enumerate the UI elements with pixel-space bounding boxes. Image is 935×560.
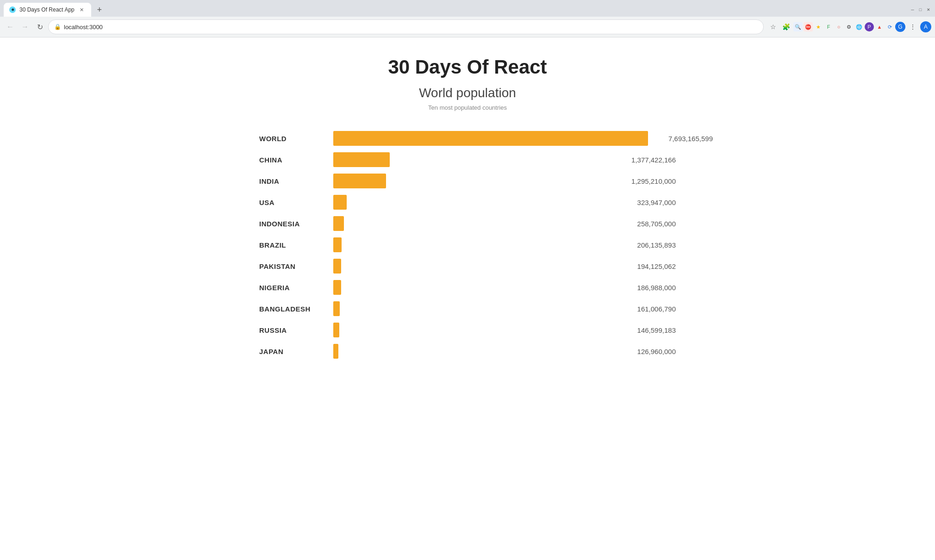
- ext-icon-10[interactable]: ⟳: [885, 22, 894, 31]
- chart-row: JAPAN126,960,000: [259, 342, 676, 360]
- tab-title: 30 Days Of React App: [19, 6, 75, 13]
- country-label: WORLD: [259, 135, 333, 143]
- ext-icon-1[interactable]: 🔍: [793, 22, 803, 31]
- chart-row: INDIA1,295,210,000: [259, 172, 676, 190]
- chart-row: INDONESIA258,705,000: [259, 215, 676, 232]
- ext-icon-2[interactable]: ⛔: [804, 22, 813, 31]
- country-label: JAPAN: [259, 348, 333, 355]
- country-label: USA: [259, 199, 333, 206]
- population-value: 1,295,210,000: [611, 177, 676, 185]
- chart-row: BANGLADESH161,006,790: [259, 300, 676, 317]
- chart-row: RUSSIA146,599,183: [259, 321, 676, 339]
- browser-actions: ☆ 🧩 🔍 ⛔ ★ F ○ ⚙ 🌐 P ▲ ⟳ G ⋮ A: [767, 21, 931, 32]
- population-value: 186,988,000: [611, 284, 676, 292]
- extension-icons: 🔍 ⛔ ★ F ○ ⚙ 🌐 P ▲ ⟳ G: [793, 22, 905, 32]
- chart-row: PAKISTAN194,125,062: [259, 257, 676, 275]
- bar: [333, 216, 344, 231]
- chart-container: WORLD7,693,165,599CHINA1,377,422,166INDI…: [259, 130, 676, 360]
- bar-wrapper: [333, 344, 611, 359]
- bar: [333, 301, 340, 316]
- population-value: 146,599,183: [611, 326, 676, 334]
- tab-favicon: ⚛: [9, 6, 16, 13]
- ext-icon-5[interactable]: ○: [834, 22, 843, 31]
- bar: [333, 195, 347, 210]
- sub-title: World population: [199, 86, 736, 100]
- ext-icon-3[interactable]: ★: [814, 22, 823, 31]
- browser-chrome: ⚛ 30 Days Of React App ✕ + ─ □ ✕ ← → ↻ 🔒…: [0, 0, 935, 37]
- country-label: NIGERIA: [259, 284, 333, 292]
- close-button[interactable]: ✕: [925, 7, 931, 13]
- extensions-icon[interactable]: 🧩: [780, 21, 792, 32]
- secure-icon: 🔒: [54, 24, 61, 30]
- ext-icon-7[interactable]: 🌐: [854, 22, 864, 31]
- new-tab-button[interactable]: +: [93, 3, 106, 16]
- chart-row: USA323,947,000: [259, 193, 676, 211]
- forward-button[interactable]: →: [19, 20, 31, 33]
- population-value: 7,693,165,599: [648, 135, 713, 143]
- active-tab[interactable]: ⚛ 30 Days Of React App ✕: [4, 3, 91, 17]
- bar: [333, 280, 341, 295]
- country-label: PAKISTAN: [259, 262, 333, 270]
- address-bar[interactable]: 🔒 localhost:3000: [48, 19, 764, 34]
- population-value: 194,125,062: [611, 262, 676, 270]
- bar: [333, 259, 341, 274]
- back-button[interactable]: ←: [4, 20, 17, 33]
- tab-bar: ⚛ 30 Days Of React App ✕ + ─ □ ✕: [0, 0, 935, 17]
- subtitle-small: Ten most populated countries: [199, 104, 736, 111]
- country-label: BANGLADESH: [259, 305, 333, 313]
- ext-icon-11[interactable]: G: [895, 22, 905, 32]
- reload-button[interactable]: ↻: [33, 20, 46, 33]
- page-content: 30 Days Of React World population Ten mo…: [190, 37, 745, 392]
- menu-button[interactable]: ⋮: [907, 21, 918, 32]
- bar-wrapper: [333, 301, 611, 316]
- tab-bar-right: ─ □ ✕: [910, 7, 931, 13]
- country-label: INDIA: [259, 177, 333, 185]
- ext-icon-9[interactable]: ▲: [875, 22, 884, 31]
- bar-wrapper: [333, 195, 611, 210]
- population-value: 323,947,000: [611, 199, 676, 206]
- restore-button[interactable]: □: [917, 7, 923, 13]
- chart-row: BRAZIL206,135,893: [259, 236, 676, 254]
- population-value: 206,135,893: [611, 241, 676, 249]
- ext-icon-6[interactable]: ⚙: [844, 22, 854, 31]
- bar-wrapper: [333, 152, 611, 167]
- bar-wrapper: [333, 131, 648, 146]
- bar: [333, 152, 390, 167]
- population-value: 258,705,000: [611, 220, 676, 228]
- bookmark-icon[interactable]: ☆: [767, 21, 779, 32]
- ext-icon-4[interactable]: F: [824, 22, 833, 31]
- chart-row: WORLD7,693,165,599: [259, 130, 676, 147]
- population-value: 126,960,000: [611, 348, 676, 355]
- ext-icon-8[interactable]: P: [865, 22, 874, 31]
- country-label: RUSSIA: [259, 326, 333, 334]
- chart-row: NIGERIA186,988,000: [259, 279, 676, 296]
- bar-wrapper: [333, 216, 611, 231]
- tab-close-button[interactable]: ✕: [78, 6, 86, 13]
- browser-toolbar: ← → ↻ 🔒 localhost:3000 ☆ 🧩 🔍 ⛔ ★ F ○ ⚙ 🌐…: [0, 17, 935, 37]
- chart-row: CHINA1,377,422,166: [259, 151, 676, 168]
- bar: [333, 174, 386, 188]
- bar-wrapper: [333, 259, 611, 274]
- country-label: INDONESIA: [259, 220, 333, 228]
- bar: [333, 237, 342, 252]
- bar-wrapper: [333, 323, 611, 337]
- bar-wrapper: [333, 280, 611, 295]
- country-label: CHINA: [259, 156, 333, 164]
- bar: [333, 323, 339, 337]
- bar: [333, 344, 338, 359]
- country-label: BRAZIL: [259, 241, 333, 249]
- population-value: 1,377,422,166: [611, 156, 676, 164]
- main-title: 30 Days Of React: [199, 56, 736, 78]
- bar-wrapper: [333, 237, 611, 252]
- bar-wrapper: [333, 174, 611, 188]
- url-display: localhost:3000: [64, 24, 103, 31]
- bar: [333, 131, 648, 146]
- profile-button[interactable]: A: [920, 21, 931, 32]
- population-value: 161,006,790: [611, 305, 676, 313]
- minimize-button[interactable]: ─: [910, 7, 916, 13]
